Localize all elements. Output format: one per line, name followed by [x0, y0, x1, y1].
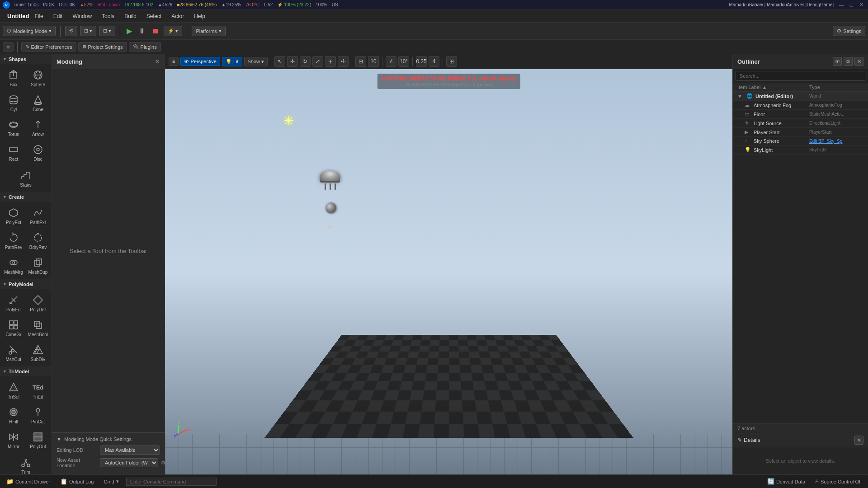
transform-tool-btn[interactable]: ⊞ [325, 56, 336, 67]
tool-polyed[interactable]: PolyEd [2, 291, 25, 315]
tool-polycut[interactable]: PolyOut [26, 428, 50, 452]
editing-lod-select[interactable]: Max Available [100, 446, 160, 455]
col-label-header[interactable]: Item Label ▲ [737, 84, 809, 90]
grid-size-btn[interactable]: 10 [368, 56, 379, 67]
outliner-item-sky[interactable]: ○ Sky Sphere Edit BP_Sky_Sp [733, 137, 868, 145]
editor-prefs-btn[interactable]: ✎ Editor Preferences [21, 42, 76, 52]
outliner-item-floor[interactable]: ▭ Floor StaticMeshActo... [733, 110, 868, 119]
maximize-vp-btn[interactable]: ⊞ [446, 56, 457, 67]
select-tool-btn[interactable]: ↖ [274, 56, 285, 67]
angle-value-btn[interactable]: 10° [398, 56, 409, 67]
cmd-input[interactable] [126, 478, 217, 486]
tool-trisel[interactable]: TriSel [2, 378, 25, 402]
tool-cone[interactable]: Cone [26, 91, 50, 115]
tool-tried[interactable]: TEd TriEd [26, 378, 50, 402]
tool-sphere[interactable]: Sphere [26, 66, 50, 90]
outliner-settings-btn[interactable]: ⚙ [844, 57, 853, 66]
tool-torus[interactable]: Torus [2, 116, 25, 140]
tool-rect[interactable]: Rect [2, 141, 25, 164]
menu-tools[interactable]: Tools [97, 12, 119, 21]
menu-help[interactable]: Help [189, 12, 210, 21]
outliner-item-light[interactable]: ☀ Light Source DirectionalLight [733, 119, 868, 128]
tool-stairs[interactable]: Stairs [2, 166, 50, 190]
minimize-button[interactable]: — [837, 1, 845, 9]
outliner-item-fog[interactable]: ☁ Atmospheric Fog AtmosphericFog [733, 101, 868, 110]
tool-meshcut[interactable]: MshCut [2, 341, 25, 365]
details-close-btn[interactable]: ✕ [854, 436, 863, 445]
platforms-btn[interactable]: Platforms ▾ [192, 26, 225, 36]
tool-trim[interactable]: Trim [2, 454, 50, 474]
tool-meshmrg[interactable]: MeshMrg [2, 253, 25, 277]
polymodel-section-header[interactable]: ▼ PolyModel [0, 279, 52, 289]
tool-bdryrev[interactable]: BdryRev [26, 229, 50, 253]
tool-cubegr[interactable]: CubeGr [2, 316, 25, 340]
tool-meshbool[interactable]: MeshBool [26, 316, 50, 340]
snap-btn[interactable]: ⊞ ▾ [80, 26, 96, 36]
universal-tool-btn[interactable]: ☩ [338, 56, 349, 67]
asset-location-select[interactable]: AutoGen Folder (W [100, 458, 158, 467]
mode-selector[interactable]: ⬡ Modeling Mode ▾ [3, 26, 56, 36]
sky-sphere-link[interactable]: Edit BP_Sky_Sp [809, 139, 842, 144]
rotate-tool-btn[interactable]: ↻ [300, 56, 311, 67]
tool-pathext[interactable]: PathExt [26, 204, 50, 228]
outliner-item-skylight[interactable]: 💡 SkyLight SkyLight [733, 145, 868, 155]
menu-build[interactable]: Build [120, 12, 141, 21]
world-item[interactable]: ▼ 🌐 Untitled (Editor) World [733, 92, 868, 101]
tool-mirror[interactable]: Mirror [2, 428, 25, 452]
tool-pathrev[interactable]: PathRev [2, 229, 25, 253]
tool-polydef[interactable]: PolyDef [26, 291, 50, 315]
lit-btn[interactable]: 💡 Lit [222, 57, 242, 66]
menu-file[interactable]: File [30, 12, 47, 21]
angle-icon-btn[interactable]: ∠ [386, 56, 396, 67]
menu-window[interactable]: Window [68, 12, 96, 21]
grid-btn[interactable]: ⊟ ▾ [99, 26, 115, 36]
hamburger-vp-btn[interactable]: ≡ [169, 57, 179, 66]
trimodel-section-header[interactable]: ▼ TriModel [0, 366, 52, 376]
source-control-btn[interactable]: ⑃ Source Control Off [812, 477, 864, 486]
content-drawer-btn[interactable]: 📁 Content Drawer [4, 477, 53, 486]
hamburger-btn[interactable]: ≡ [3, 42, 14, 52]
outliner-search[interactable] [736, 71, 865, 81]
menu-bar: Untitled File Edit Window Tools Build Se… [0, 10, 868, 23]
tool-arrow[interactable]: Arrow [26, 116, 50, 140]
outliner-close-btn[interactable]: ✕ [854, 57, 863, 66]
perspective-btn[interactable]: 👁 Perspective [180, 57, 220, 66]
svg-point-39 [36, 408, 40, 412]
viewport-canvas[interactable]: LIGHTING NEEDS TO BE REBUILT (1 unbuilt … [165, 69, 732, 474]
shapes-section-header[interactable]: ▼ Shapes [0, 54, 52, 64]
settings-btn[interactable]: ⚙ Settings [833, 26, 865, 36]
move-tool-btn[interactable]: ✛ [287, 56, 298, 67]
tool-disc[interactable]: Disc [26, 141, 50, 164]
play-button[interactable]: ▶ [125, 27, 134, 35]
maximize-button[interactable]: □ [847, 1, 855, 9]
tool-polyext[interactable]: PolyExt [2, 204, 25, 228]
stop-button[interactable]: ⏹ [150, 27, 161, 35]
grid-icon-btn[interactable]: ⊟ [355, 56, 366, 67]
camera-speed-btn[interactable]: 0.25 [416, 56, 427, 67]
modeling-close-button[interactable]: ✕ [155, 58, 160, 65]
output-log-btn[interactable]: 📋 Output Log [57, 477, 96, 486]
close-button[interactable]: ✕ [857, 1, 865, 9]
menu-actor[interactable]: Actor [167, 12, 189, 21]
tool-subdiv[interactable]: SubDiv [26, 341, 50, 365]
project-settings-btn[interactable]: ⚙ Project Settings [78, 42, 127, 52]
tool-cyl[interactable]: Cyl [2, 91, 25, 115]
menu-select[interactable]: Select [142, 12, 166, 21]
tool-hfill[interactable]: HFill [2, 403, 25, 427]
tool-meshdup[interactable]: MeshDup [26, 253, 50, 277]
launch-btn[interactable]: ⚡ ▾ [164, 26, 182, 36]
outliner-eye-btn[interactable]: 👁 [833, 57, 842, 66]
camera-other-btn[interactable]: 4 [429, 56, 439, 67]
scale-tool-btn[interactable]: ⤢ [312, 56, 323, 67]
menu-edit[interactable]: Edit [49, 12, 67, 21]
show-btn[interactable]: Show ▾ [244, 57, 268, 66]
transform-btn[interactable]: ⟲ [65, 26, 77, 36]
outliner-item-player[interactable]: ▶ Player Start PlayerStart [733, 128, 868, 137]
pause-button[interactable]: ⏸ [137, 27, 147, 35]
tool-pincut[interactable]: PinCut [26, 403, 50, 427]
plugins-btn[interactable]: 🔌 Plugins [129, 42, 161, 52]
col-type-header[interactable]: Type [809, 84, 863, 90]
create-section-header[interactable]: ▼ Create [0, 192, 52, 202]
derived-data-btn[interactable]: 🔄 Derived Data [764, 477, 808, 486]
tool-box[interactable]: Box [2, 66, 25, 90]
